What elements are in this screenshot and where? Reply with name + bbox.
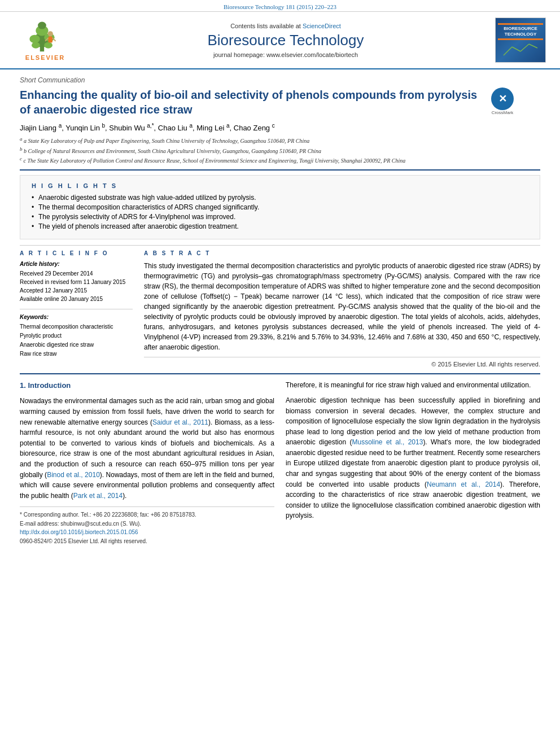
elsevier-tree-icon	[23, 19, 68, 53]
cover-chart-icon	[501, 41, 540, 58]
journal-homepage: journal homepage: www.elsevier.com/locat…	[213, 51, 358, 58]
article-info-abstract: A R T I C L E I N F O Article history: R…	[20, 250, 540, 368]
article-history: Article history: Received 29 December 20…	[20, 261, 133, 303]
journal-cover-image: BIORESOURCE TECHNOLOGY	[495, 18, 546, 63]
journal-title: Bioresource Technology	[207, 32, 364, 49]
crossmark-icon[interactable]: ✕	[491, 88, 514, 110]
keyword-3: Anaerobic digested rice straw	[20, 340, 133, 350]
body-content: 1. Introduction Nowadays the environment…	[20, 380, 540, 545]
doi-link[interactable]: http://dx.doi.org/10.1016/j.biortech.201…	[20, 528, 274, 537]
corresponding-author: * Corresponding author. Tel.: +86 20 222…	[20, 510, 274, 519]
authors-line: Jiajin Liang a, Yunqin Lin b, Shubin Wu …	[20, 123, 540, 132]
sciencedirect-link[interactable]: ScienceDirect	[303, 23, 341, 29]
svg-line-14	[520, 44, 529, 51]
article-info-title: A R T I C L E I N F O	[20, 250, 133, 256]
highlight-item-3: The pyrolysis selectivity of ADRS for 4-…	[32, 213, 528, 221]
crossmark-container: ✕ CrossMark	[491, 88, 514, 115]
divider-info	[20, 309, 133, 309]
footnote-area: * Corresponding author. Tel.: +86 20 222…	[20, 506, 274, 545]
authors-text: Jiajin Liang a, Yunqin Lin b, Shubin Wu …	[20, 124, 275, 132]
body-col-right: Therefore, it is meaningful for rice str…	[286, 380, 540, 545]
body-p-right-1: Therefore, it is meaningful for rice str…	[286, 380, 540, 391]
article-title: Enhancing the quality of bio-oil and sel…	[20, 88, 483, 117]
keyword-2: Pyrolytic product	[20, 331, 133, 340]
affiliation-c: c c The State Key Laboratory of Pollutio…	[20, 155, 540, 165]
journal-top-bar: Bioresource Technology 181 (2015) 220–22…	[0, 0, 560, 12]
affiliation-a: a a State Key Laboratory of Pulp and Pap…	[20, 136, 540, 145]
cite-mussoline[interactable]: Mussoline et al., 2013	[352, 438, 423, 446]
keywords-section: Keywords: Thermal decomposition characte…	[20, 314, 133, 359]
cover-text: BIORESOURCE TECHNOLOGY	[498, 26, 543, 37]
cite-neumann[interactable]: Neumann et al., 2014	[427, 480, 500, 488]
highlights-list: Anaerobic digested substrate was high va…	[32, 194, 528, 230]
available-date: Available online 20 January 2015	[20, 295, 133, 303]
contents-available-text: Contents lists available at ScienceDirec…	[230, 23, 341, 29]
elsevier-brand-text: ELSEVIER	[25, 54, 65, 61]
cover-bar	[498, 23, 543, 25]
history-title: Article history:	[20, 261, 133, 267]
abstract-col: A B S T R A C T This study investigated …	[144, 250, 540, 368]
journal-cover-area: BIORESOURCE TECHNOLOGY	[492, 18, 549, 63]
thick-divider	[20, 169, 540, 171]
journal-citation: Bioresource Technology 181 (2015) 220–22…	[224, 3, 336, 10]
svg-point-7	[44, 42, 53, 49]
abstract-text: This study investigated the thermal deco…	[144, 261, 540, 352]
svg-rect-9	[49, 36, 53, 42]
received-date: Received 29 December 2014	[20, 269, 133, 278]
copyright-line: © 2015 Elsevier Ltd. All rights reserved…	[144, 357, 540, 368]
thick-divider-2	[20, 373, 540, 374]
elsevier-logo-area: ELSEVIER	[11, 18, 79, 63]
cover-bar-2	[498, 38, 543, 40]
affiliations: a a State Key Laboratory of Pulp and Pap…	[20, 136, 540, 165]
highlight-item-2: The thermal decomposition characteristic…	[32, 203, 528, 211]
accepted-date: Accepted 12 January 2015	[20, 286, 133, 295]
svg-line-15	[529, 44, 537, 48]
article-info-col: A R T I C L E I N F O Article history: R…	[20, 250, 133, 368]
revised-date: Received in revised form 11 January 2015	[20, 278, 133, 286]
highlights-title: H I G H L I G H T S	[32, 182, 528, 189]
keywords-list: Thermal decomposition characteristic Pyr…	[20, 322, 133, 359]
journal-header: ELSEVIER Contents lists available at Sci…	[0, 12, 560, 69]
svg-line-13	[512, 47, 520, 51]
keyword-4: Raw rice straw	[20, 350, 133, 359]
highlight-item-1: Anaerobic digested substrate was high va…	[32, 194, 528, 202]
body-p-right-2: Anaerobic digestion technique has been s…	[286, 395, 540, 521]
cite-saidur[interactable]: Saidur et al., 2011	[152, 418, 208, 426]
highlight-item-4: The yield of phenols increased after ana…	[32, 222, 528, 230]
svg-point-2	[29, 35, 40, 43]
body-p1: Nowadays the environmental damages such …	[20, 396, 274, 501]
abstract-title: A B S T R A C T	[144, 250, 540, 256]
cite-park[interactable]: Park et al., 2014	[73, 492, 123, 500]
highlights-section: H I G H L I G H T S Anaerobic digested s…	[20, 175, 540, 239]
main-content: Short Communication Enhancing the qualit…	[0, 69, 560, 551]
divider-1	[20, 245, 540, 246]
svg-point-8	[48, 31, 53, 36]
crossmark-label: CrossMark	[491, 110, 514, 115]
issn-line: 0960-8524/© 2015 Elsevier Ltd. All right…	[20, 537, 274, 546]
keywords-title: Keywords:	[20, 314, 133, 320]
article-type: Short Communication	[20, 76, 540, 84]
page: Bioresource Technology 181 (2015) 220–22…	[0, 0, 560, 747]
svg-line-12	[504, 47, 512, 55]
cite-binod[interactable]: Binod et al., 2010	[47, 471, 100, 479]
svg-point-5	[38, 22, 46, 29]
crossmark-symbol: ✕	[498, 93, 507, 105]
svg-point-6	[32, 42, 40, 49]
email-address: E-mail address: shubinwu@scut.edu.cn (S.…	[20, 519, 274, 528]
journal-header-center: Contents lists available at ScienceDirec…	[85, 18, 487, 63]
keyword-1: Thermal decomposition characteristic	[20, 322, 133, 331]
elsevier-logo: ELSEVIER	[23, 19, 68, 61]
affiliation-b: b b College of Natural Resources and Env…	[20, 146, 540, 155]
section-1-heading: 1. Introduction	[20, 380, 274, 391]
body-col-left: 1. Introduction Nowadays the environment…	[20, 380, 274, 545]
